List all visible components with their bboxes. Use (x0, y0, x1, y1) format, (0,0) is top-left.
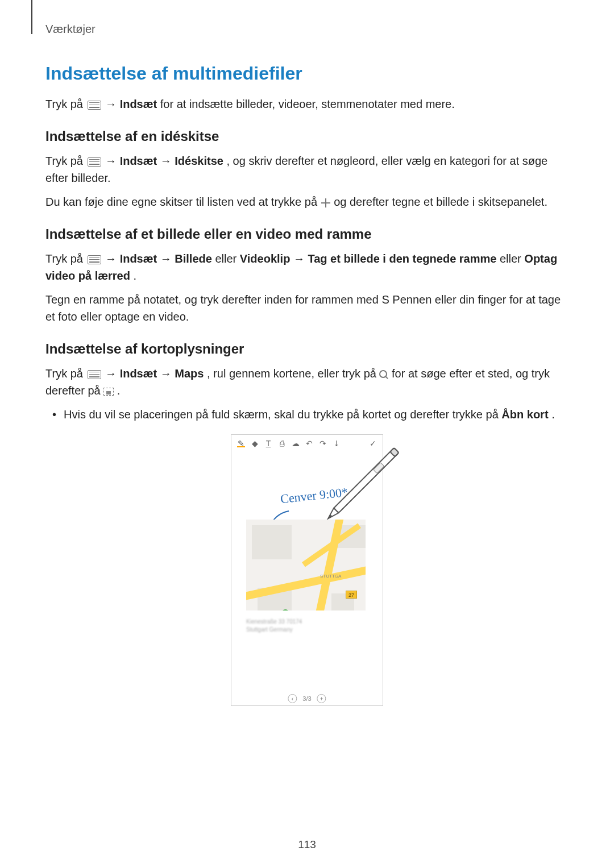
text: . (117, 384, 121, 397)
handwritten-text: Cenver 9:00* (280, 485, 349, 506)
illustration-phone: ✎ ◆ T ⎙ ☁ ↶ ↷ ⤓ ✓ Cenver 9:00* STUT (231, 434, 383, 706)
note-toolbar: ✎ ◆ T ⎙ ☁ ↶ ↷ ⤓ ✓ (235, 438, 379, 448)
note-pager: ‹ 3/3 + (288, 694, 326, 703)
page-title: Indsættelse af multimediefiler (45, 63, 569, 84)
section-heading-ideasketch: Indsættelse af en idéskitse (45, 128, 569, 144)
menu-icon (88, 255, 101, 264)
breadcrumb: Værktøjer (45, 23, 569, 36)
paragraph: Tryk på → Indsæt → Idéskitse , og skriv … (45, 152, 569, 186)
address-line: Stuttgart Germany (246, 626, 302, 634)
map-city-label: STUTTGA (320, 574, 341, 579)
intro-paragraph: Tryk på → Indsæt for at indsætte billede… (45, 95, 569, 113)
menu-label-open-map: Åbn kort (501, 408, 548, 421)
map-address: Kienestraße 33 70174 Stuttgart Germany (246, 618, 302, 634)
menu-icon (88, 370, 101, 379)
text: Tryk på (45, 367, 86, 380)
bullet-list: Hvis du vil se placeringen på fuld skærm… (45, 406, 569, 423)
text: → (105, 98, 120, 110)
undo-icon: ↶ (305, 439, 313, 447)
text: Tryk på (45, 98, 86, 110)
text: eller (500, 252, 524, 265)
menu-label-insert: Indsæt (120, 155, 157, 167)
pen-tool-icon: ✎ (237, 439, 245, 447)
check-icon: ✓ (369, 439, 377, 447)
text: . (134, 269, 137, 282)
map-thumbnail: STUTTGA 27 S (246, 520, 366, 610)
menu-icon (88, 101, 101, 110)
text: . (551, 408, 555, 421)
search-icon (379, 370, 388, 379)
note-canvas: Cenver 9:00* STUTTGA 27 S Kienestraße 33… (235, 454, 379, 647)
text: for at indsætte billeder, videoer, stemm… (160, 98, 455, 110)
camera-tool-icon: ⎙ (278, 439, 286, 447)
download-icon: ⤓ (333, 439, 341, 447)
redo-icon: ↷ (319, 439, 327, 447)
text: → (160, 155, 175, 167)
section-heading-frame: Indsættelse af et billede eller en video… (45, 226, 569, 242)
text: → (105, 252, 120, 265)
text: → (293, 252, 308, 265)
map-marker-27: 27 (346, 591, 357, 599)
menu-label-maps: Maps (175, 367, 204, 380)
address-line: Kienestraße 33 70174 (246, 618, 302, 626)
text: eller (215, 252, 239, 265)
menu-label-insert: Indsæt (120, 98, 157, 110)
text: → (160, 367, 175, 380)
capture-icon (103, 388, 114, 396)
menu-label-image: Billede (175, 252, 212, 265)
text: → (105, 155, 120, 167)
pager-add-button: + (317, 694, 326, 703)
paragraph: Tryk på → Indsæt → Maps , rul gennem kor… (45, 365, 569, 399)
text: og derefter tegne et billede i skitsepan… (334, 196, 547, 208)
page-number: 113 (298, 838, 316, 851)
plus-icon (321, 198, 331, 208)
paragraph: Tryk på → Indsæt → Billede eller Videokl… (45, 250, 569, 284)
list-item: Hvis du vil se placeringen på fuld skærm… (64, 406, 569, 423)
cloud-tool-icon: ☁ (292, 439, 300, 447)
text: Hvis du vil se placeringen på fuld skærm… (64, 408, 501, 421)
text-tool-icon: T (264, 439, 272, 447)
text: Tryk på (45, 252, 86, 265)
svg-rect-3 (390, 448, 399, 457)
section-heading-maps: Indsættelse af kortoplysninger (45, 341, 569, 357)
paragraph: Tegn en ramme på notatet, og tryk dereft… (45, 291, 569, 325)
menu-icon (88, 157, 101, 167)
text: → (105, 367, 120, 380)
menu-label-take-photo-frame: Tag et billede i den tegnede ramme (308, 252, 496, 265)
menu-label-insert: Indsæt (120, 252, 157, 265)
text: Du kan føje dine egne skitser til listen… (45, 196, 321, 208)
paragraph: Du kan føje dine egne skitser til listen… (45, 193, 569, 210)
text: , rul gennem kortene, eller tryk på (207, 367, 379, 380)
eraser-tool-icon: ◆ (251, 439, 259, 447)
text: Tryk på (45, 155, 86, 167)
menu-label-insert: Indsæt (120, 367, 157, 380)
text: → (160, 252, 175, 265)
menu-label-ideasketch: Idéskitse (175, 155, 223, 167)
pager-text: 3/3 (302, 695, 311, 702)
menu-label-videoclip: Videoklip (240, 252, 291, 265)
pager-prev-button: ‹ (288, 694, 297, 703)
